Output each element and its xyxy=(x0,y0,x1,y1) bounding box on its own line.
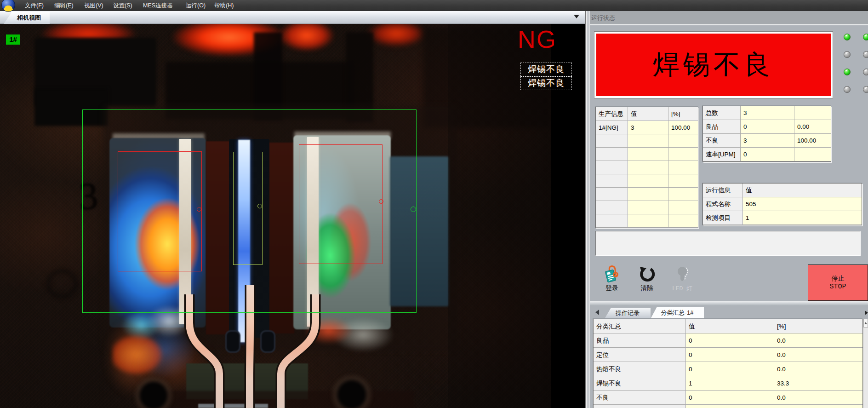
roi-rect-defect-left xyxy=(118,151,202,271)
status-led-off xyxy=(863,86,868,93)
mold-mark xyxy=(46,269,78,299)
table-row: 良品 0 0.00 xyxy=(703,120,831,134)
status-led-off xyxy=(863,69,868,75)
table-header-row: 分类汇总 值 [%] xyxy=(594,319,862,333)
column-header: 值 xyxy=(686,319,774,333)
column-header: [%] xyxy=(774,319,862,333)
result-banner-frame: 焊锡不良 xyxy=(594,31,833,98)
roi-handle-circle xyxy=(379,199,383,204)
table-header-row: 生产信息 值 [%] xyxy=(596,107,698,121)
roi-handle-circle xyxy=(411,207,416,212)
login-button-label: 登录 xyxy=(598,284,626,293)
defect-label: 焊锡不良 xyxy=(520,76,572,90)
table-header-row: 运行信息 值 xyxy=(703,184,862,197)
menu-file[interactable]: 文件(F) xyxy=(22,0,46,11)
table-row: 焊锡不良 1 33.3 xyxy=(594,376,862,391)
led-light-button[interactable]: LED 灯 xyxy=(668,265,697,305)
table-row xyxy=(596,201,698,214)
camera-index-badge: 1# xyxy=(6,34,20,45)
status-led-off xyxy=(844,51,851,58)
status-message-box xyxy=(595,231,861,256)
camera-view-area[interactable]: 3 xyxy=(0,24,585,408)
table-row: 总数 3 xyxy=(703,106,831,120)
panel-caption: 运行状态 xyxy=(590,11,868,24)
status-led-off xyxy=(863,51,868,58)
panel-splitter[interactable] xyxy=(585,11,590,408)
id-badge-icon xyxy=(603,265,621,283)
app-window: 文件(F) 编辑(E) 视图(V) 设置(S) MES连接器 运行(O) 帮助(… xyxy=(0,0,868,408)
menu-edit[interactable]: 编辑(E) xyxy=(51,0,76,11)
inspection-result-text: NG xyxy=(518,25,557,53)
menu-run[interactable]: 运行(O) xyxy=(183,0,208,11)
defect-label: 焊锡不良 xyxy=(520,63,572,76)
stop-button-label-cn: 停止 xyxy=(832,275,845,283)
result-banner: 焊锡不良 xyxy=(596,34,831,96)
clear-button[interactable]: 清除 xyxy=(633,265,661,305)
table-row: 不良 0 0.0 xyxy=(594,391,862,405)
chevron-down-icon[interactable] xyxy=(574,15,579,18)
status-led-on xyxy=(863,34,868,40)
column-header: 运行信息 xyxy=(703,184,743,197)
roi-handle-circle xyxy=(257,204,262,208)
menu-view[interactable]: 视图(V) xyxy=(81,0,106,11)
table-row: 不良 3 100.00 xyxy=(703,134,831,148)
tab-camera-view[interactable]: 相机视图 xyxy=(4,12,50,24)
arrow-left-icon[interactable] xyxy=(595,310,599,315)
table-row xyxy=(596,148,698,161)
clear-button-label: 清除 xyxy=(633,284,661,293)
table-row xyxy=(594,405,862,408)
column-header: [%] xyxy=(668,107,698,121)
table-row xyxy=(596,188,698,201)
classification-summary-table: 分类汇总 值 [%] 良品 0 0.0 定位 0 0.0 热熔不良 0 0.0 … xyxy=(593,319,863,408)
roi-rect-defect-right xyxy=(299,144,383,264)
menu-bar: 文件(F) 编辑(E) 视图(V) 设置(S) MES连接器 运行(O) 帮助(… xyxy=(0,0,868,11)
stop-button-label-en: STOP xyxy=(829,283,846,291)
production-info-table: 生产信息 值 [%] 1#[NG] 3 100.00 xyxy=(595,107,698,228)
led-button-label: LED 灯 xyxy=(668,284,697,293)
status-led-on xyxy=(844,69,851,75)
caption-divider xyxy=(590,24,868,25)
lightbulb-icon xyxy=(674,265,691,283)
table-row xyxy=(596,134,698,148)
run-status-panel: 运行状态 焊锡不良 生产信息 值 [%] 1#[NG] 3 100.00 xyxy=(590,11,868,408)
status-led-on xyxy=(844,34,851,40)
status-led-off xyxy=(844,86,851,93)
tab-operation-log[interactable]: 操作记录 xyxy=(605,308,651,319)
tab-classification-summary[interactable]: 分类汇总-1# xyxy=(651,307,704,319)
column-header: 值 xyxy=(743,184,862,197)
column-header: 值 xyxy=(628,107,668,121)
table-row: 定位 0 0.0 xyxy=(594,348,862,362)
result-banner-text: 焊锡不良 xyxy=(653,47,774,83)
table-row: 热熔不良 0 0.0 xyxy=(594,362,862,376)
table-row xyxy=(596,161,698,174)
stop-button[interactable]: 停止 STOP xyxy=(808,264,868,301)
roi-rect-middle xyxy=(233,152,263,265)
table-row: 程式名称 505 xyxy=(703,197,862,211)
table-row: 速率[UPM] 0 xyxy=(703,148,831,161)
table-row xyxy=(596,174,698,188)
record-tab-bar: 操作记录 分类汇总-1# xyxy=(590,306,868,319)
arrow-right-icon[interactable] xyxy=(865,310,868,315)
run-info-table: 运行信息 值 程式名称 505 检测项目 1 xyxy=(702,183,862,225)
menu-help[interactable]: 帮助(H) xyxy=(211,0,236,11)
roi-handle-circle xyxy=(197,207,201,212)
chevron-up-icon[interactable] xyxy=(863,319,868,328)
column-header: 分类汇总 xyxy=(594,319,686,333)
menu-mes-connector[interactable]: MES连接器 xyxy=(140,0,176,11)
totals-table: 总数 3 良品 0 0.00 不良 3 100.00 速率[UPM] 0 xyxy=(702,106,831,162)
summary-table-scrollbar[interactable] xyxy=(863,319,868,408)
login-button[interactable]: 登录 xyxy=(598,265,626,305)
camera-tab-bar: 相机视图 xyxy=(0,11,585,24)
table-row: 1#[NG] 3 100.00 xyxy=(596,121,698,134)
table-row: 良品 0 0.0 xyxy=(594,333,862,348)
reset-circular-arrow-icon xyxy=(638,265,656,283)
table-row xyxy=(596,214,698,228)
table-row: 检测项目 1 xyxy=(703,211,862,225)
column-header: 生产信息 xyxy=(596,107,628,121)
section-divider xyxy=(590,301,868,306)
menu-settings[interactable]: 设置(S) xyxy=(110,0,135,11)
